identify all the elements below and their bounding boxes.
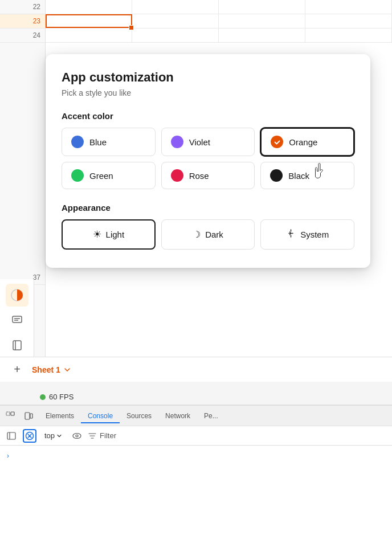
tab-network[interactable]: Network — [158, 409, 197, 423]
filter-area: Filter — [88, 431, 116, 440]
green-label: Green — [89, 171, 113, 181]
add-sheet-button[interactable]: + — [9, 362, 25, 378]
devtools-device-icon[interactable] — [21, 408, 36, 424]
sidebar-toggle-button[interactable] — [5, 429, 18, 443]
clear-console-button[interactable] — [23, 429, 36, 443]
devtools-panel: Elements Console Sources Network Pe... — [0, 405, 392, 547]
appearance-grid: ☀ Light ☽ Dark System — [62, 219, 354, 250]
comment-icon[interactable] — [6, 309, 28, 332]
color-rose-button[interactable]: Rose — [161, 162, 255, 189]
devtools-tabs-bar: Elements Console Sources Network Pe... — [0, 406, 392, 426]
cell[interactable] — [132, 14, 219, 28]
cell[interactable] — [46, 0, 132, 14]
appearance-dark-button[interactable]: ☽ Dark — [161, 219, 255, 250]
appearance-light-button[interactable]: ☀ Light — [62, 219, 156, 250]
cell-row-23 — [46, 14, 392, 28]
app-customization-popup: App customization Pick a style you like … — [46, 54, 370, 268]
sheet-tab[interactable]: Sheet 1 — [32, 365, 71, 374]
fps-value: 60 FPS — [49, 393, 74, 401]
blue-dot — [71, 136, 84, 148]
light-icon: ☀ — [93, 228, 101, 240]
svg-rect-4 — [13, 341, 21, 350]
tab-console[interactable]: Console — [81, 409, 120, 423]
filter-label: Filter — [100, 431, 116, 440]
dropdown-arrow-icon — [64, 366, 71, 373]
color-green-button[interactable]: Green — [62, 162, 156, 189]
svg-point-15 — [76, 435, 78, 437]
theme-toggle-icon[interactable] — [6, 284, 28, 307]
rose-dot — [171, 169, 183, 182]
appearance-label: Appearance — [62, 203, 354, 213]
cell[interactable] — [305, 0, 392, 14]
dark-icon: ☽ — [193, 229, 201, 240]
tab-sources[interactable]: Sources — [120, 409, 158, 423]
eye-icon[interactable] — [70, 429, 84, 443]
selected-cell[interactable] — [46, 14, 132, 28]
cell[interactable] — [219, 14, 305, 28]
svg-rect-6 — [6, 412, 10, 415]
cell-row-22 — [46, 0, 392, 14]
cell[interactable] — [305, 14, 392, 28]
filter-icon — [88, 432, 96, 440]
orange-label: Orange — [289, 137, 317, 147]
appearance-system-button[interactable]: System — [260, 219, 354, 250]
row-22: 22 — [0, 0, 45, 14]
black-dot — [270, 169, 283, 182]
cell[interactable] — [219, 28, 305, 42]
devtools-inspect-icon[interactable] — [2, 408, 18, 424]
system-icon — [286, 228, 296, 241]
orange-check-icon — [271, 136, 283, 148]
popup-subtitle: Pick a style you like — [62, 88, 354, 97]
color-black-button[interactable]: Black — [260, 162, 354, 189]
dark-label: Dark — [205, 230, 223, 239]
book-icon[interactable] — [6, 334, 28, 357]
system-label: System — [300, 230, 329, 239]
cell[interactable] — [46, 28, 132, 42]
svg-rect-9 — [30, 414, 32, 418]
black-label: Black — [288, 171, 309, 181]
cell[interactable] — [132, 0, 219, 14]
sheet-bar: + Sheet 1 — [0, 357, 392, 382]
green-dot — [71, 169, 84, 182]
svg-rect-10 — [7, 432, 15, 439]
violet-label: Violet — [189, 137, 210, 147]
accent-color-label: Accent color — [62, 111, 354, 121]
cell[interactable] — [305, 28, 392, 42]
svg-rect-8 — [25, 413, 30, 419]
cell-row-24 — [46, 28, 392, 43]
row-24: 24 — [0, 28, 45, 43]
row-spacer — [0, 43, 45, 271]
fps-dot — [40, 394, 46, 400]
devtools-toolbar: top Filter — [0, 426, 392, 446]
top-label: top — [44, 431, 55, 440]
row-23: 23 — [0, 14, 45, 28]
light-label: Light — [106, 230, 125, 239]
color-violet-button[interactable]: Violet — [161, 128, 255, 156]
context-dropdown-icon — [56, 433, 62, 439]
svg-rect-7 — [11, 412, 14, 415]
cell[interactable] — [219, 0, 305, 14]
console-content: › — [0, 446, 392, 465]
color-grid: Blue Violet Orange Green Rose — [62, 128, 354, 189]
tab-performance[interactable]: Pe... — [197, 409, 225, 423]
sheet-name: Sheet 1 — [32, 365, 60, 374]
svg-rect-1 — [13, 316, 22, 323]
svg-point-14 — [73, 433, 81, 438]
color-orange-button[interactable]: Orange — [260, 128, 354, 156]
popup-title: App customization — [62, 70, 354, 85]
cell[interactable] — [132, 28, 219, 42]
rose-label: Rose — [189, 171, 209, 181]
fps-indicator: 60 FPS — [40, 393, 74, 401]
console-chevron[interactable]: › — [5, 450, 11, 462]
color-blue-button[interactable]: Blue — [62, 128, 156, 156]
tab-elements[interactable]: Elements — [39, 409, 81, 423]
violet-dot — [171, 136, 183, 148]
left-sidebar — [0, 279, 34, 365]
blue-label: Blue — [89, 137, 107, 147]
top-context-selector[interactable]: top — [41, 430, 66, 441]
